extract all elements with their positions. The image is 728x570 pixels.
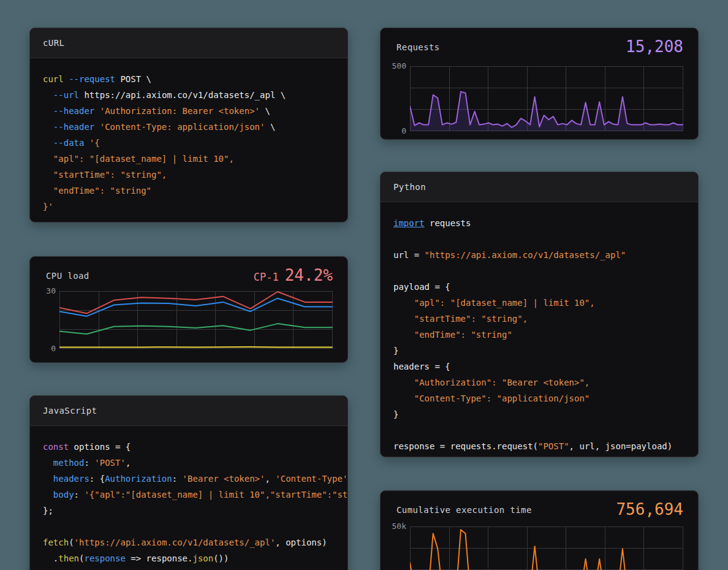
y-axis-tick-min: 0 [381, 127, 406, 135]
y-axis-tick-max: 30 [30, 287, 56, 295]
javascript-code-panel: JavaScript const options = { method: 'PO… [29, 395, 348, 570]
code-line: }' [43, 199, 335, 215]
code-line: }; [43, 503, 335, 519]
code-line: "startTime": "string", [43, 167, 335, 183]
requests-chart-panel[interactable]: Requests 15,208 500 0 [380, 28, 699, 140]
y-axis-tick-max: 500 [381, 62, 406, 70]
cpu-load-chart-panel[interactable]: CPU load CP-124.2% 30 0 [29, 256, 348, 363]
code-line: body: '{"apl":"[dataset_name] | limit 10… [43, 487, 335, 503]
code-line [393, 422, 685, 438]
code-panel-header: JavaScript [30, 396, 347, 426]
cumulative-chart-title: Cumulative execution time [396, 505, 532, 515]
code-line: curl --request POST \ [43, 71, 335, 87]
y-axis-tick-max: 50k [381, 522, 406, 531]
requests-line-chart[interactable] [410, 66, 683, 131]
cpu-load-chart-title: CPU load [46, 271, 89, 281]
code-line: --header 'Authorization: Bearer <token>'… [43, 103, 335, 119]
cumulative-execution-chart-panel[interactable]: Cumulative execution time 756,694 50k 0 [380, 490, 699, 570]
chart-header: Requests 15,208 [381, 28, 698, 57]
code-line: } [393, 406, 685, 422]
code-line [43, 519, 335, 534]
python-panel-title: Python [393, 182, 426, 192]
code-line: --data '{ [43, 135, 335, 151]
cpu-load-line-chart[interactable] [59, 291, 333, 349]
python-code-panel: Python import requestsurl = "https://api… [380, 172, 699, 457]
code-line: headers = { [393, 359, 685, 374]
cumulative-total-value: 756,694 [616, 499, 683, 520]
chart-header: Cumulative execution time 756,694 [381, 491, 698, 520]
code-panel-header: Python [381, 172, 698, 202]
code-line [393, 231, 685, 247]
code-line [393, 263, 685, 279]
code-line: "Authorization": "Bearer <token>", [393, 374, 685, 390]
javascript-panel-title: JavaScript [43, 406, 97, 416]
code-line: "apl": "[dataset_name] | limit 10", [43, 151, 335, 167]
code-line: --header 'Content-Type: application/json… [43, 119, 335, 135]
code-line: "endTime": "string" [393, 327, 685, 343]
code-line: "apl": "[dataset_name] | limit 10", [393, 295, 685, 311]
code-line: method: 'POST', [43, 455, 335, 471]
code-panel-header: cURL [30, 28, 347, 58]
code-line: --url https://api.axiom.co/v1/datasets/_… [43, 87, 335, 103]
code-line: url = "https://api.axiom.co/v1/datasets/… [393, 247, 685, 263]
chart-header: CPU load CP-124.2% [30, 257, 347, 287]
cumulative-line-chart[interactable] [410, 526, 683, 570]
code-line: fetch('https://api.axiom.co/v1/datasets/… [43, 534, 335, 550]
cpu-load-value: CP-124.2% [254, 265, 333, 287]
requests-chart-title: Requests [396, 42, 440, 52]
cpu-percent-value: 24.2% [285, 266, 333, 284]
code-line: import requests [393, 215, 685, 231]
code-line: payload = { [393, 279, 685, 295]
api-docs-dashboard: { "colors":{ "page_background":"#4d6670"… [0, 0, 728, 570]
y-axis-tick-min: 0 [30, 344, 56, 353]
curl-panel-title: cURL [43, 38, 64, 48]
code-line: const options = { [43, 439, 335, 455]
code-line: "endTime": "string" [43, 183, 335, 199]
code-line: "startTime": "string", [393, 311, 685, 327]
code-line: headers: {Authorization: 'Bearer <token>… [43, 471, 335, 487]
code-line: response = requests.request("POST", url,… [393, 438, 685, 454]
requests-total-value: 15,208 [626, 36, 683, 57]
code-line: } [393, 343, 685, 359]
code-line: .then(response => console.log(response)) [43, 566, 335, 570]
curl-code-block: curl --request POST \ --url https://api.… [30, 58, 347, 221]
python-code-block: import requestsurl = "https://api.axiom.… [381, 202, 698, 457]
cpu-series-label: CP-1 [254, 271, 279, 283]
curl-code-panel: cURL curl --request POST \ --url https:/… [29, 28, 348, 222]
javascript-code-block: const options = { method: 'POST', header… [30, 426, 347, 570]
code-line: "Content-Type": "application/json" [393, 390, 685, 406]
code-line: .then(response => response.json()) [43, 550, 335, 566]
